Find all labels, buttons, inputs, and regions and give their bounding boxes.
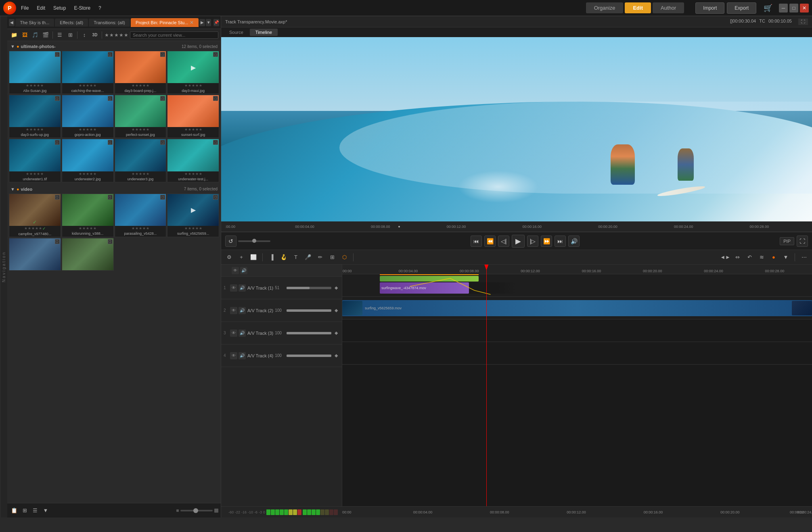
track2-vol-bar[interactable] [287, 309, 331, 312]
audio-button[interactable]: 🔊 [568, 236, 580, 247]
video-item-1[interactable]: ◻ ★★★★★ kidsrunning_v388... [62, 194, 114, 237]
timeline-settings-icon[interactable]: ⚙ [224, 252, 234, 262]
track2-keyframe-icon[interactable] [333, 307, 339, 314]
tl-extra-icon[interactable]: ⋯ [799, 252, 809, 262]
clip-blue-long[interactable]: surfing_v5625659.mov [342, 300, 812, 316]
photos-section-header[interactable]: ▼ ● ultimate-photos- 12 items, 0 selecte… [9, 43, 219, 50]
video-icon[interactable]: 🎬 [41, 31, 50, 40]
search-input[interactable] [130, 31, 218, 39]
list-small-icon[interactable]: ☰ [31, 506, 40, 515]
menu-estore[interactable]: E-Store [72, 4, 92, 12]
scrubber-area[interactable] [398, 221, 401, 232]
zoom-in-tl-icon[interactable]: ⇔ [732, 252, 742, 262]
zoom-thumb[interactable] [193, 508, 198, 513]
tab-sky[interactable]: The Sky is th... [15, 19, 54, 27]
photo-item-1[interactable]: ◻ ★★★★★ catching-the-wave... [62, 51, 114, 94]
maximize-button[interactable]: □ [789, 4, 798, 13]
photo-item-11[interactable]: ◻ ★★★★★ underwater-test.j... [167, 139, 219, 182]
minimize-button[interactable]: ─ [779, 4, 788, 13]
prev-frame-button[interactable]: ◁| [498, 236, 509, 247]
tab-effects[interactable]: Effects: (all) [55, 19, 88, 27]
video-item-5[interactable]: ◻ [62, 238, 114, 271]
mini-eye-icon[interactable]: 👁 [232, 267, 239, 274]
photo-item-0[interactable]: ◻ ★★★★★ Alix-Susan.jpg [9, 51, 61, 94]
track2-audio-icon[interactable]: 🔊 [239, 307, 246, 314]
close-button[interactable]: ✕ [800, 4, 809, 13]
pen-icon[interactable]: ✏ [315, 252, 325, 262]
track4-audio-icon[interactable]: 🔊 [239, 352, 246, 359]
import-button[interactable]: Import [695, 2, 724, 14]
music-icon[interactable]: 🎵 [31, 31, 40, 40]
playhead[interactable] [486, 265, 487, 506]
mini-mute-icon[interactable]: 🔊 [240, 267, 247, 274]
add-bin-icon[interactable]: 📋 [10, 506, 19, 515]
track1-audio-icon[interactable]: 🔊 [239, 284, 246, 292]
add-track-icon[interactable]: + [236, 252, 246, 262]
photo-item-6[interactable]: ◻ ★★★★★ perfect-sunset.jpg [115, 95, 167, 138]
more-icon[interactable]: ▼ [781, 252, 791, 262]
photo-item-7[interactable]: ◻ ★★★★★ sunset-surf.jpg [167, 95, 219, 138]
zoom-slider[interactable] [180, 510, 213, 511]
go-start-button[interactable]: ⏮ [471, 236, 482, 247]
video-item-4[interactable]: ◻ [9, 238, 61, 271]
grid-view-icon[interactable]: ⊞ [66, 31, 75, 40]
text-icon[interactable]: T [291, 252, 301, 262]
video-section-header[interactable]: ▼ ● video 7 items, 0 selected [9, 186, 219, 193]
track3-keyframe-icon[interactable] [333, 330, 339, 336]
track4-eye-icon[interactable]: 👁 [230, 352, 237, 359]
photo-item-9[interactable]: ◻ ★★★★★ underwater2.jpg [62, 139, 114, 182]
sort-icon[interactable]: ↕ [80, 31, 89, 40]
track4-vol-bar[interactable] [287, 355, 331, 357]
photo-item-4[interactable]: ◻ ★★★★★ day3-surfs-up.jpg [9, 95, 61, 138]
grid-icon[interactable]: ⊞ [327, 252, 337, 262]
tab-next-button[interactable]: ▶ [199, 19, 205, 26]
menu-file[interactable]: File [19, 4, 30, 12]
mode-author-button[interactable]: Author [653, 2, 684, 13]
tab-project-bin[interactable]: Project Bin: Pinnacle Stu... ✕ [131, 18, 199, 27]
tab-source[interactable]: Source [224, 29, 249, 36]
next-frame-button[interactable]: |▷ [527, 236, 538, 247]
ripple-icon[interactable]: ≋ [757, 252, 766, 262]
bar-chart-icon[interactable]: ▐ [267, 252, 276, 262]
menu-help[interactable]: ? [97, 4, 103, 12]
record-icon[interactable]: ⬜ [249, 252, 258, 262]
preview-expand-icon[interactable]: ⛶ [798, 19, 808, 25]
photo-item-10[interactable]: ◻ ★★★★★ underwater3.jpg [115, 139, 167, 182]
fullscreen-button[interactable]: ⛶ [797, 236, 808, 247]
step-back-button[interactable]: ⏪ [484, 236, 496, 247]
photo-item-2[interactable]: ◻ ★★★★★ day3-board-prep.j... [115, 51, 167, 94]
tab-menu-button[interactable]: ▼ [206, 19, 211, 26]
video-item-2[interactable]: ◻ ★★★★★ parasailing_v5428... [115, 194, 167, 237]
menu-setup[interactable]: Setup [52, 4, 67, 12]
import-media-icon[interactable]: 📁 [10, 31, 19, 40]
loop-button[interactable]: ↺ [225, 236, 236, 247]
track3-vol-bar[interactable] [287, 332, 331, 334]
menu-edit[interactable]: Edit [35, 4, 47, 12]
mode-edit-button[interactable]: Edit [625, 2, 651, 13]
orange-icon[interactable]: ⬡ [339, 252, 349, 262]
photos-icon[interactable]: 🖼 [20, 31, 29, 40]
video-item-3[interactable]: ▶ ◻ ★★★★★ surfing_v5625659... [167, 194, 219, 237]
mic-icon[interactable]: 🎤 [303, 252, 313, 262]
video-item-0[interactable]: ◻ ✓ ★★★★★ ✓ campfire_v977480... [9, 194, 61, 237]
3d-icon[interactable]: 3D [90, 31, 99, 40]
tab-timeline[interactable]: Timeline [250, 29, 278, 36]
tab-close-icon[interactable]: ✕ [190, 20, 194, 25]
play-button[interactable]: ▶ [512, 235, 525, 248]
undo-tl-icon[interactable]: ↶ [745, 252, 754, 262]
mode-organize-button[interactable]: Organize [586, 2, 624, 13]
zoom-out-tl-icon[interactable]: ◄► [720, 252, 730, 262]
track3-eye-icon[interactable]: 👁 [230, 330, 237, 337]
track3-audio-icon[interactable]: 🔊 [239, 330, 246, 337]
track2-eye-icon[interactable]: 👁 [230, 307, 237, 314]
photo-item-8[interactable]: ◻ ★★★★★ underwater1.tif [9, 139, 61, 182]
photo-item-3[interactable]: ▶ ◻ ★★★★★ day3-maui.jpg [167, 51, 219, 94]
track1-keyframe-icon[interactable] [333, 285, 339, 291]
track1-eye-icon[interactable]: 👁 [230, 284, 237, 292]
color-icon[interactable]: ● [769, 252, 779, 262]
list-view-icon[interactable]: ☰ [55, 31, 64, 40]
go-end-button[interactable]: ⏭ [555, 236, 566, 247]
photo-item-5[interactable]: ◻ ★★★★★ gopro-action.jpg [62, 95, 114, 138]
dropdown-icon[interactable]: ▼ [41, 506, 50, 515]
export-button[interactable]: Export [727, 2, 756, 14]
